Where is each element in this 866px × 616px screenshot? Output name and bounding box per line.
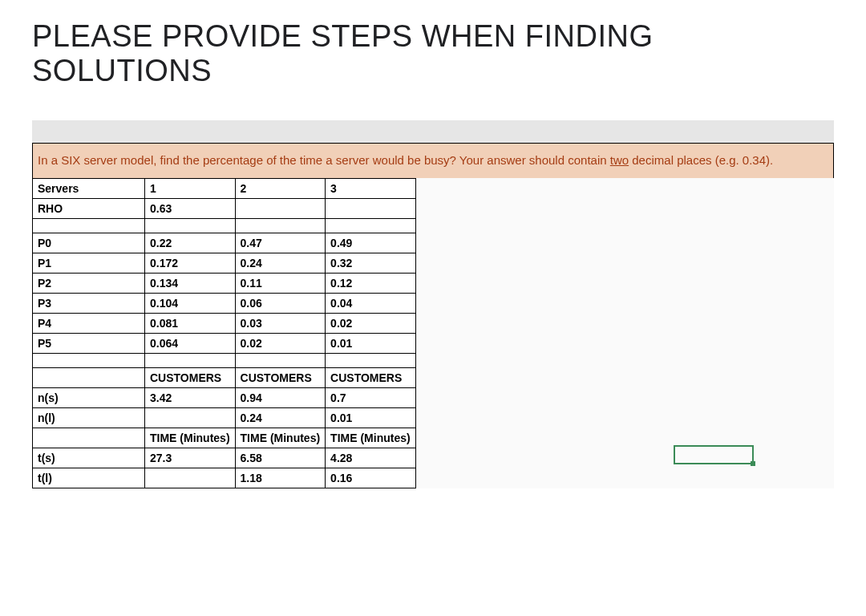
rho-val-1: 0.63 <box>145 198 236 218</box>
content-block: In a SIX server model, find the percenta… <box>32 120 834 488</box>
p2-label: P2 <box>33 273 145 293</box>
servers-col-2: 2 <box>235 178 326 198</box>
question-suffix: decimal places (e.g. 0.34). <box>629 153 773 167</box>
nl-label: n(l) <box>33 407 145 428</box>
customers-label-blank <box>33 367 145 387</box>
p2-c3: 0.12 <box>326 273 416 293</box>
question-text: In a SIX server model, find the percenta… <box>32 143 834 178</box>
selection-box[interactable] <box>674 445 754 464</box>
p2-row: P2 0.134 0.11 0.12 <box>33 273 416 293</box>
p4-c3: 0.02 <box>326 313 416 333</box>
p0-c1: 0.22 <box>145 233 236 253</box>
time-header-row: TIME (Minutes) TIME (Minutes) TIME (Minu… <box>33 428 416 448</box>
p5-c3: 0.01 <box>326 333 416 353</box>
servers-row: Servers 1 2 3 <box>33 178 416 198</box>
p4-row: P4 0.081 0.03 0.02 <box>33 313 416 333</box>
ts-row: t(s) 27.3 6.58 4.28 <box>33 448 416 468</box>
p3-label: P3 <box>33 293 145 313</box>
nl-c2: 0.24 <box>235 407 326 428</box>
ns-c2: 0.94 <box>235 387 326 407</box>
question-underlined-word: two <box>610 153 629 167</box>
tl-c2: 1.18 <box>235 468 326 488</box>
rho-val-3 <box>326 198 416 218</box>
p4-c1: 0.081 <box>145 313 236 333</box>
rho-row: RHO 0.63 <box>33 198 416 218</box>
ts-label: t(s) <box>33 448 145 468</box>
p3-c1: 0.104 <box>145 293 236 313</box>
data-table: Servers 1 2 3 RHO 0.63 P0 0.22 0.47 0.49… <box>32 178 416 488</box>
p4-label: P4 <box>33 313 145 333</box>
p0-c2: 0.47 <box>235 233 326 253</box>
customers-header-3: CUSTOMERS <box>326 367 416 387</box>
p1-c2: 0.24 <box>235 253 326 273</box>
servers-label: Servers <box>33 178 145 198</box>
customers-header-2: CUSTOMERS <box>235 367 326 387</box>
tl-c3: 0.16 <box>326 468 416 488</box>
ts-c1: 27.3 <box>145 448 236 468</box>
p5-row: P5 0.064 0.02 0.01 <box>33 333 416 353</box>
p2-c2: 0.11 <box>235 273 326 293</box>
p5-c2: 0.02 <box>235 333 326 353</box>
p0-label: P0 <box>33 233 145 253</box>
ts-c2: 6.58 <box>235 448 326 468</box>
spacer-row-2 <box>33 353 416 367</box>
ts-c3: 4.28 <box>326 448 416 468</box>
p1-row: P1 0.172 0.24 0.32 <box>33 253 416 273</box>
customers-header-1: CUSTOMERS <box>145 367 236 387</box>
p3-c2: 0.06 <box>235 293 326 313</box>
ns-label: n(s) <box>33 387 145 407</box>
ns-row: n(s) 3.42 0.94 0.7 <box>33 387 416 407</box>
nl-c1 <box>145 407 236 428</box>
time-header-1: TIME (Minutes) <box>145 428 236 448</box>
p1-c1: 0.172 <box>145 253 236 273</box>
p5-c1: 0.064 <box>145 333 236 353</box>
tl-row: t(l) 1.18 0.16 <box>33 468 416 488</box>
p1-label: P1 <box>33 253 145 273</box>
p5-label: P5 <box>33 333 145 353</box>
servers-col-3: 3 <box>326 178 416 198</box>
tl-c1 <box>145 468 236 488</box>
ns-c3: 0.7 <box>326 387 416 407</box>
p3-c3: 0.04 <box>326 293 416 313</box>
time-header-3: TIME (Minutes) <box>326 428 416 448</box>
servers-col-1: 1 <box>145 178 236 198</box>
spacer-row <box>33 218 416 233</box>
customers-header-row: CUSTOMERS CUSTOMERS CUSTOMERS <box>33 367 416 387</box>
p0-row: P0 0.22 0.47 0.49 <box>33 233 416 253</box>
p3-row: P3 0.104 0.06 0.04 <box>33 293 416 313</box>
ns-c1: 3.42 <box>145 387 236 407</box>
tl-label: t(l) <box>33 468 145 488</box>
time-label-blank <box>33 428 145 448</box>
p1-c3: 0.32 <box>326 253 416 273</box>
nl-c3: 0.01 <box>326 407 416 428</box>
time-header-2: TIME (Minutes) <box>235 428 326 448</box>
rho-val-2 <box>235 198 326 218</box>
p0-c3: 0.49 <box>326 233 416 253</box>
rho-label: RHO <box>33 198 145 218</box>
p2-c1: 0.134 <box>145 273 236 293</box>
question-prefix: In a SIX server model, find the percenta… <box>38 153 610 167</box>
page-title: PLEASE PROVIDE STEPS WHEN FINDING SOLUTI… <box>32 19 834 88</box>
p4-c2: 0.03 <box>235 313 326 333</box>
nl-row: n(l) 0.24 0.01 <box>33 407 416 428</box>
